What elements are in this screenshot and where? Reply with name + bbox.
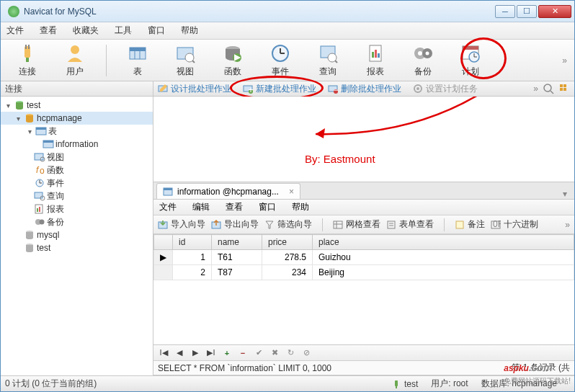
svg-text:▶: ▶ bbox=[234, 52, 241, 62]
tree-node-test[interactable]: ▾test bbox=[1, 99, 153, 112]
tree-node-tables[interactable]: ▾表 bbox=[1, 125, 153, 138]
menu-favorites[interactable]: 收藏夹 bbox=[73, 24, 99, 37]
svg-point-26 bbox=[418, 51, 422, 55]
svg-line-66 bbox=[551, 91, 553, 94]
table-row[interactable]: 2T87234Beijing bbox=[154, 265, 574, 280]
titlebar[interactable]: Navicat for MySQL ─ ☐ ✕ bbox=[1, 1, 574, 22]
col-name[interactable]: name bbox=[212, 235, 262, 250]
query-icon bbox=[318, 43, 338, 63]
nav-prev[interactable]: ◀ bbox=[174, 347, 185, 359]
toolbar-query[interactable]: 查询 bbox=[308, 42, 347, 79]
col-id[interactable]: id bbox=[173, 235, 212, 250]
nav-first[interactable]: I◀ bbox=[158, 347, 169, 359]
toolbar-user[interactable]: 用户 bbox=[55, 42, 94, 79]
action-new-batch[interactable]: +新建批处理作业 bbox=[243, 83, 316, 95]
toolbar-report[interactable]: 报表 bbox=[356, 42, 395, 79]
toolbar-function[interactable]: ▶ 函数 bbox=[213, 42, 252, 79]
import-wizard[interactable]: 导入向导 bbox=[158, 218, 205, 231]
schema-icon bbox=[24, 230, 35, 240]
delete-icon: − bbox=[328, 84, 338, 94]
grid-icon[interactable] bbox=[558, 83, 570, 94]
tree-node-reports[interactable]: 报表 bbox=[1, 202, 153, 215]
tree-node-backups[interactable]: 备份 bbox=[1, 215, 153, 228]
toolbar-view[interactable]: 视图 bbox=[166, 42, 205, 79]
svg-point-28 bbox=[426, 51, 429, 55]
svg-rect-1 bbox=[25, 45, 27, 49]
ptoolbar-overflow[interactable]: » bbox=[565, 220, 570, 230]
export-wizard[interactable]: 导出向导 bbox=[211, 218, 259, 231]
tree-node-hcpmanage[interactable]: ▾hcpmanage bbox=[1, 112, 153, 125]
tab-dropdown[interactable]: ▾ bbox=[558, 189, 571, 199]
svg-rect-78 bbox=[388, 221, 395, 228]
svg-line-11 bbox=[192, 61, 195, 63]
overflow-icon[interactable]: » bbox=[533, 84, 538, 94]
svg-rect-22 bbox=[372, 52, 374, 58]
plug-sm-icon bbox=[391, 379, 401, 389]
close-button[interactable]: ✕ bbox=[538, 5, 571, 18]
toolbar-schedule[interactable]: 计划 bbox=[451, 42, 490, 79]
pmenu-file[interactable]: 文件 bbox=[159, 201, 177, 213]
menu-file[interactable]: 文件 bbox=[6, 24, 24, 37]
tree-node-functions[interactable]: fo函数 bbox=[1, 164, 153, 177]
nav-ok[interactable]: ✔ bbox=[253, 347, 264, 359]
grid-view[interactable]: 网格查看 bbox=[333, 218, 380, 231]
report-icon bbox=[365, 43, 385, 63]
backup-icon bbox=[413, 43, 433, 63]
tree-node-views[interactable]: 视图 bbox=[1, 151, 153, 164]
nav-del[interactable]: − bbox=[237, 347, 249, 359]
svg-line-20 bbox=[335, 61, 337, 63]
reports-icon bbox=[34, 204, 45, 214]
queries-icon bbox=[34, 191, 45, 201]
hex-button[interactable]: 0F十六进制 bbox=[491, 218, 538, 231]
nav-add[interactable]: + bbox=[221, 347, 233, 359]
search-icon[interactable] bbox=[543, 83, 554, 94]
statusbar: 0 计划 (0 位于当前的组) test 用户: root 数据库: hcpma… bbox=[1, 375, 574, 391]
content: 连接 ▾test ▾hcpmanage ▾表 information 视图 fo… bbox=[1, 81, 574, 375]
tree-node-mysql[interactable]: mysql bbox=[1, 228, 153, 241]
nav-stop[interactable]: ⊘ bbox=[300, 347, 312, 359]
menu-tools[interactable]: 工具 bbox=[115, 24, 132, 37]
minimize-button[interactable]: ─ bbox=[495, 5, 515, 18]
action-delete-batch[interactable]: −删除批处理作业 bbox=[328, 83, 401, 95]
svg-rect-75 bbox=[334, 221, 342, 228]
tree-node-events[interactable]: 事件 bbox=[1, 177, 153, 190]
canvas-area: By: Eastmount bbox=[153, 97, 574, 182]
nav-next[interactable]: ▶ bbox=[190, 347, 201, 359]
form-view[interactable]: 表单查看 bbox=[386, 218, 434, 231]
table-row[interactable]: ▶1T61278.5Guizhou bbox=[154, 250, 574, 265]
toolbar-backup[interactable]: 备份 bbox=[404, 42, 442, 79]
maximize-button[interactable]: ☐ bbox=[517, 5, 537, 18]
tree-node-queries[interactable]: 查询 bbox=[1, 190, 153, 202]
toolbar-table[interactable]: 表 bbox=[118, 42, 157, 79]
toolbar-overflow[interactable]: » bbox=[562, 55, 567, 66]
menu-help[interactable]: 帮助 bbox=[181, 24, 198, 37]
toolbar-connection[interactable]: 连接 bbox=[8, 42, 47, 79]
tree-node-information[interactable]: information bbox=[1, 138, 153, 151]
fn-icon: fo bbox=[34, 165, 45, 175]
pmenu-help[interactable]: 帮助 bbox=[292, 201, 309, 213]
svg-rect-23 bbox=[375, 50, 377, 58]
import-icon bbox=[158, 220, 168, 230]
menu-view[interactable]: 查看 bbox=[40, 24, 57, 37]
pmenu-window[interactable]: 窗口 bbox=[259, 201, 276, 213]
nav-cancel[interactable]: ✖ bbox=[269, 347, 280, 359]
connection-tree[interactable]: ▾test ▾hcpmanage ▾表 information 视图 fo函数 … bbox=[1, 97, 153, 375]
pmenu-view[interactable]: 查看 bbox=[226, 201, 243, 213]
nav-refresh[interactable]: ↻ bbox=[285, 347, 296, 359]
toolbar-event[interactable]: 事件 bbox=[261, 42, 300, 79]
tree-node-test2[interactable]: test bbox=[1, 241, 153, 254]
export-icon bbox=[211, 220, 221, 230]
svg-rect-51 bbox=[39, 207, 40, 212]
action-set-task[interactable]: 设置计划任务 bbox=[413, 83, 478, 95]
backups-icon bbox=[34, 217, 45, 227]
action-design-batch[interactable]: 设计批处理作业 bbox=[158, 83, 231, 95]
note-button[interactable]: 备注 bbox=[455, 218, 485, 231]
filter-wizard[interactable]: 筛选向导 bbox=[264, 218, 312, 231]
menu-window[interactable]: 窗口 bbox=[148, 24, 165, 37]
data-grid[interactable]: id name price place ▶1T61278.5Guizhou2T8… bbox=[153, 234, 574, 345]
toolbar-separator bbox=[106, 45, 107, 76]
col-price[interactable]: price bbox=[262, 235, 313, 250]
nav-last[interactable]: ▶I bbox=[205, 347, 217, 359]
pmenu-edit[interactable]: 编辑 bbox=[192, 201, 210, 213]
col-place[interactable]: place bbox=[313, 235, 574, 250]
